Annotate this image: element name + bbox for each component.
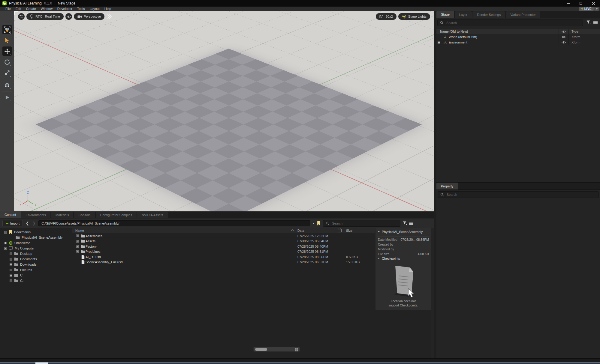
scale-tool[interactable] [2,68,12,77]
file-row-ai-dt-usd[interactable]: AI_DT.usd 07/28/2025 08:56PM 0.50 KB [72,254,375,260]
menu-edit[interactable]: Edit [13,7,24,10]
move-tool[interactable] [2,46,12,56]
live-options-button[interactable] [594,7,599,11]
tree-item-desktop[interactable]: Desktop [10,251,32,256]
expand-toggle[interactable] [10,252,12,255]
nav-back-button[interactable]: ❮ [25,221,29,225]
menu-tools[interactable]: Tools [75,7,87,10]
menu-developer[interactable]: Developer [55,7,75,10]
live-sync-button[interactable]: LIVE [579,7,594,11]
tab-console[interactable]: Console [74,212,95,218]
select-tool[interactable] [2,36,12,45]
close-button[interactable] [591,1,596,6]
stage-type-column[interactable]: Type [568,29,600,34]
visibility-toggle[interactable] [559,34,568,40]
sort-ascending-icon[interactable] [291,230,294,233]
tab-layer[interactable]: Layer [455,11,472,18]
expand-toggle[interactable] [10,274,12,277]
tab-content[interactable]: Content [0,211,21,218]
filter-icon[interactable] [403,221,407,225]
content-search-input[interactable] [331,221,398,225]
view-options-icon[interactable] [409,222,413,225]
selection-mode-tool[interactable] [2,25,12,34]
calendar-icon[interactable] [338,228,342,232]
stage-name-column[interactable]: Name (Old to New) [440,30,468,33]
viewport-menu-button[interactable] [18,13,25,20]
tree-item-bookmarks[interactable]: Bookmarks [4,229,31,235]
details-header[interactable]: PhysicalAI_SceneAssembly [378,230,423,234]
rotate-tool[interactable] [2,57,12,67]
stage-row-world[interactable]: World (defaultPrim) Xform [436,34,600,40]
stage-lights-button[interactable]: Stage Lights [398,13,430,20]
menu-file[interactable]: File [3,7,13,10]
camera-button[interactable]: Perspective [74,13,104,20]
expand-toggle[interactable] [438,41,440,44]
file-row-factory[interactable]: Factory 07/28/2025 08:40PM [72,244,375,249]
axis-gizmo[interactable]: Z X Y [19,191,38,207]
menu-create[interactable]: Create [24,7,38,10]
tab-configurator-samples[interactable]: Configurator Samples [96,212,137,218]
import-button[interactable]: Import [2,220,23,226]
tree-item-documents[interactable]: Documents [10,256,37,262]
bookmark-icon[interactable] [317,221,321,226]
column-size[interactable]: Size [346,229,352,232]
nav-forward-button[interactable]: ❯ [32,221,36,225]
tree-item-physicalai-sceneassembly[interactable]: PhysicalAI_SceneAssembly [16,235,62,240]
scroll-gutter[interactable] [431,228,434,358]
tab-nvidia-assets[interactable]: NVIDIA Assets [137,212,168,218]
thumbnail-size-slider[interactable] [253,347,300,352]
path-dropdown-icon[interactable] [312,223,314,224]
visibility-options-button[interactable] [65,13,72,20]
tree-item-omniverse[interactable]: Omniverse [4,240,30,246]
tab-variant-presenter[interactable]: Variant Presenter [506,11,540,18]
maximize-button[interactable] [578,1,583,6]
minimize-button[interactable] [566,1,571,6]
tree-item-g-drive[interactable]: G: [10,278,24,283]
tree-item-pictures[interactable]: Pictures [10,267,32,273]
tab-render-settings[interactable]: Render Settings [472,11,505,18]
resolution-button[interactable]: 60x2 [376,13,396,20]
file-row-assemblies[interactable]: Assemblies 07/25/2025 12:02PM [72,233,375,239]
file-row-sceneassembly-full-usd[interactable]: SceneAssembly_Full.usd 07/28/2025 06:51P… [72,260,375,265]
tree-item-my-computer[interactable]: My Computer [4,246,35,251]
column-date[interactable]: Date [297,229,304,232]
play-tool[interactable] [2,93,12,102]
menu-window[interactable]: Window [38,7,55,10]
collapse-toggle[interactable] [4,231,7,234]
tab-property[interactable]: Property [436,183,458,189]
menu-layout[interactable]: Layout [87,7,102,10]
expand-toggle[interactable] [76,245,79,248]
tab-environments[interactable]: Environments [21,212,50,218]
tab-materials[interactable]: Materials [51,212,74,218]
expand-toggle[interactable] [76,250,79,253]
expand-toggle[interactable] [76,234,79,237]
filter-icon[interactable] [586,20,590,24]
path-field[interactable] [38,220,310,226]
tab-stage[interactable]: Stage [436,11,454,18]
tree-item-downloads[interactable]: Downloads [10,262,36,267]
expand-toggle[interactable] [4,242,7,244]
file-row-assets[interactable]: Assets 07/30/2025 05:04PM [72,239,375,244]
tree-item-c-drive[interactable]: C: [10,273,23,278]
stage-search-input[interactable] [446,21,580,25]
stage-row-environment[interactable]: Environment Xform [436,40,600,45]
slider-handle[interactable] [255,348,267,351]
expand-toggle[interactable] [10,263,12,266]
viewport-3d[interactable]: RTX - Real-Time Perspective 60x2 Stage L… [14,11,434,211]
collapse-toggle[interactable] [4,247,7,250]
column-name[interactable]: Name [75,229,84,232]
file-row-prodlines[interactable]: ProdLines 07/28/2025 08:51PM [72,249,375,255]
snap-tool[interactable] [2,80,12,90]
property-search-input[interactable] [446,192,596,197]
expand-toggle[interactable] [76,240,79,243]
expand-toggle[interactable] [10,258,12,261]
toolbar-expand-button[interactable] [107,14,112,19]
expand-toggle[interactable] [10,269,12,271]
visibility-toggle[interactable] [559,40,568,45]
grid-view-icon[interactable] [295,348,299,352]
menu-help[interactable]: Help [102,7,114,10]
expand-toggle[interactable] [10,279,12,282]
renderer-button[interactable]: RTX - Real-Time [26,13,64,20]
checkpoints-header[interactable]: Checkpoints [378,257,400,260]
stage-options-icon[interactable] [593,21,598,24]
